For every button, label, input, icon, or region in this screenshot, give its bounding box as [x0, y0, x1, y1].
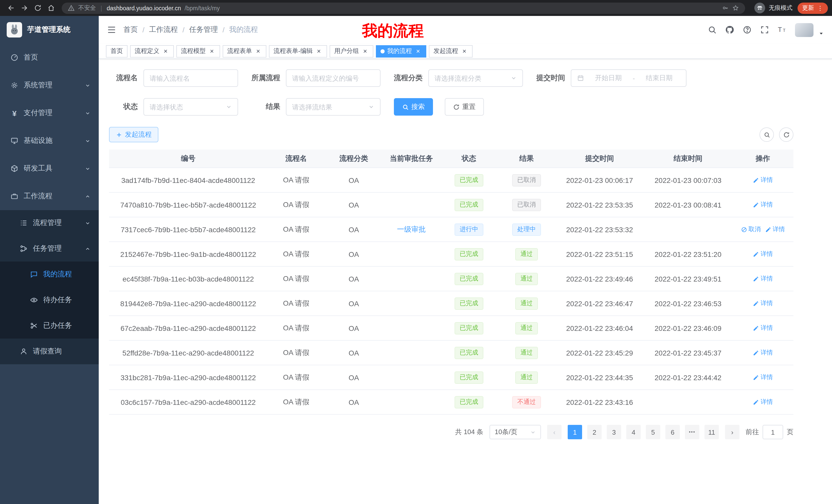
tab-5[interactable]: 用户分组× — [330, 45, 373, 57]
end-date-placeholder[interactable]: 结束日期 — [638, 74, 680, 83]
breadcrumb-task-management[interactable]: 任务管理 — [189, 25, 218, 34]
sidebar-fold-button[interactable] — [107, 25, 116, 34]
sidebar-item-my-process[interactable]: 我的流程 — [0, 261, 99, 287]
sidebar-item-system[interactable]: 系统管理 — [0, 72, 99, 99]
detail-link[interactable]: 详情 — [765, 225, 785, 234]
tab-3[interactable]: 流程表单× — [223, 45, 266, 57]
process-name-input[interactable] — [144, 69, 238, 87]
browser-refresh-button[interactable] — [31, 1, 44, 15]
font-size-button[interactable]: TT — [778, 25, 787, 34]
sidebar-item-home[interactable]: 首页 — [0, 44, 99, 72]
github-link[interactable] — [725, 25, 734, 34]
breadcrumb-workflow[interactable]: 工作流程 — [149, 25, 178, 34]
detail-link[interactable]: 详情 — [753, 398, 773, 407]
detail-link[interactable]: 详情 — [753, 176, 773, 185]
detail-link[interactable]: 详情 — [753, 348, 773, 357]
pagination-page-2[interactable]: 2 — [587, 425, 602, 439]
pagination-page-5[interactable]: 5 — [646, 425, 660, 439]
pagination-page-6[interactable]: 6 — [666, 425, 680, 439]
page-size-select[interactable]: 10条/页 — [490, 425, 541, 439]
table-row: 52ffd28e-7b9a-11ec-a290-acde48001122OA 请… — [109, 341, 794, 365]
tab-7[interactable]: 发起流程× — [429, 45, 473, 57]
sidebar-item-payment[interactable]: ¥ 支付管理 — [0, 99, 99, 127]
sidebar-item-process-management[interactable]: 流程管理 — [0, 210, 99, 236]
cell-result: 通过 — [498, 273, 555, 285]
sidebar-item-done-tasks[interactable]: 已办任务 — [0, 313, 99, 339]
browser-menu-icon[interactable]: ⋮ — [817, 4, 823, 11]
header-search-button[interactable] — [707, 25, 717, 34]
page-header: 首页 / 工作流程 / 任务管理 / 我的流程 TT — [99, 16, 832, 44]
key-icon[interactable] — [722, 5, 729, 11]
start-date-placeholder[interactable]: 开始日期 — [587, 74, 630, 83]
process-definition-field[interactable] — [292, 74, 374, 82]
detail-link[interactable]: 详情 — [753, 324, 773, 332]
category-select[interactable] — [428, 69, 523, 87]
bookmark-star-icon[interactable] — [732, 5, 739, 11]
date-range-separator: - — [633, 74, 635, 82]
browser-home-button[interactable] — [44, 1, 58, 15]
sidebar-item-task-management[interactable]: 任务管理 — [0, 236, 99, 261]
sidebar-item-devtools[interactable]: 研发工具 — [0, 155, 99, 183]
tab-close-icon[interactable]: × — [315, 48, 322, 55]
category-field[interactable] — [435, 74, 508, 82]
tab-0[interactable]: 首页 — [106, 45, 128, 57]
tab-close-icon[interactable]: × — [414, 48, 422, 55]
sidebar-item-leave-query[interactable]: 请假查询 — [0, 339, 99, 364]
address-bar[interactable]: 不安全 | dashboard.yudao.iocoder.cn/bpm/tas… — [62, 2, 745, 13]
chevron-down-icon — [368, 104, 374, 110]
process-definition-input[interactable] — [286, 69, 381, 87]
pagination-prev-button[interactable]: ‹ — [547, 425, 562, 439]
table-row: 3ad174fb-7b9d-11ec-8404-acde48001122OA 请… — [109, 168, 794, 193]
breadcrumb-home[interactable]: 首页 — [123, 25, 138, 34]
pagination-more-button[interactable]: ••• — [685, 425, 699, 439]
detail-link[interactable]: 详情 — [753, 200, 773, 209]
status-select[interactable] — [144, 98, 238, 116]
search-button[interactable]: 搜索 — [394, 98, 433, 116]
caret-down-icon[interactable] — [818, 31, 824, 36]
tab-2[interactable]: 流程模型× — [176, 45, 220, 57]
tab-close-icon[interactable]: × — [208, 48, 215, 55]
pagination-page-4[interactable]: 4 — [626, 425, 641, 439]
detail-link[interactable]: 详情 — [753, 274, 773, 283]
sidebar-item-todo-tasks[interactable]: 待办任务 — [0, 287, 99, 313]
status-field[interactable] — [150, 103, 223, 111]
detail-link[interactable]: 详情 — [753, 299, 773, 308]
cell-actions: 详情 — [732, 176, 794, 185]
tab-close-icon[interactable]: × — [461, 48, 468, 55]
tab-1[interactable]: 流程定义× — [130, 45, 174, 57]
create-process-button[interactable]: 发起流程 — [109, 127, 158, 142]
refresh-table-button[interactable] — [779, 128, 794, 142]
fullscreen-button[interactable] — [760, 25, 769, 34]
tab-close-icon[interactable]: × — [255, 48, 262, 55]
sidebar-item-workflow[interactable]: 工作流程 — [0, 183, 99, 210]
current-task-link[interactable]: 一级审批 — [397, 225, 426, 234]
browser-update-button[interactable]: 更新 ⋮ — [798, 2, 828, 13]
pagination-page-1[interactable]: 1 — [568, 425, 582, 439]
result-select[interactable] — [286, 98, 381, 116]
help-button[interactable] — [743, 25, 752, 34]
tab-6[interactable]: 我的流程× — [376, 45, 426, 57]
tab-4[interactable]: 流程表单-编辑× — [269, 45, 327, 57]
tab-close-icon[interactable]: × — [362, 48, 369, 55]
detail-link[interactable]: 详情 — [753, 373, 773, 382]
cell-process-name: OA 请假 — [267, 348, 325, 357]
tab-close-icon[interactable]: × — [162, 48, 169, 55]
cell-process-id: 7317cec6-7b9b-11ec-b5b7-acde48001122 — [109, 225, 267, 233]
pagination-next-button[interactable]: › — [725, 425, 739, 439]
detail-link[interactable]: 详情 — [753, 250, 773, 258]
pagination-page-11[interactable]: 11 — [704, 425, 719, 439]
result-field[interactable] — [292, 103, 365, 111]
sidebar-logo[interactable]: 芋道管理系统 — [0, 16, 99, 44]
cancel-link[interactable]: 取消 — [741, 225, 761, 234]
process-name-field[interactable] — [150, 74, 232, 82]
browser-forward-button[interactable] — [18, 1, 31, 15]
cell-actions: 详情 — [732, 348, 794, 357]
date-range-picker[interactable]: 开始日期 - 结束日期 — [571, 69, 686, 87]
goto-page-input[interactable] — [762, 425, 783, 439]
toggle-search-button[interactable] — [759, 128, 774, 142]
pagination-page-3[interactable]: 3 — [607, 425, 621, 439]
reset-button[interactable]: 重置 — [445, 98, 484, 116]
sidebar-item-infrastructure[interactable]: 基础设施 — [0, 127, 99, 155]
browser-back-button[interactable] — [4, 1, 18, 15]
user-avatar[interactable] — [795, 23, 813, 37]
